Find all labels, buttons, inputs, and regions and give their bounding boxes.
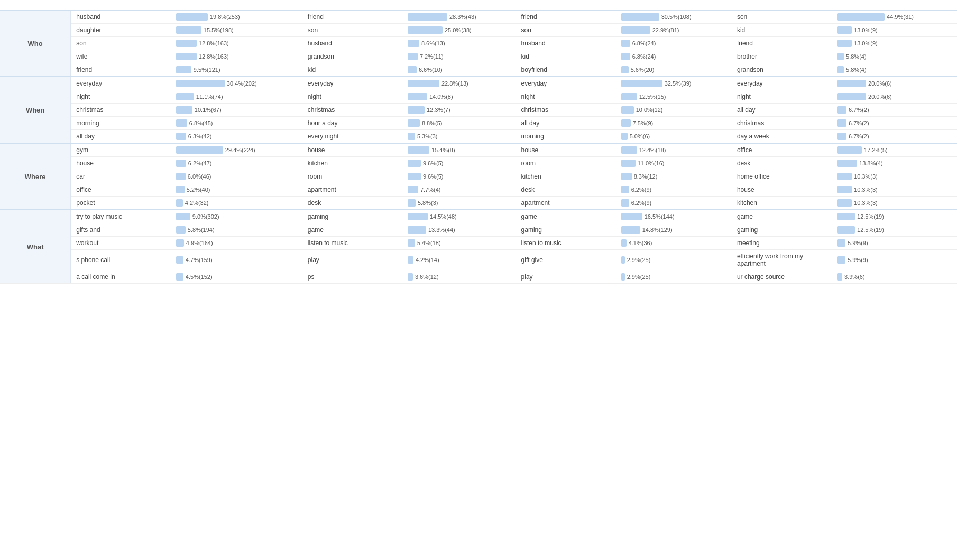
- label-cell: friend: [516, 10, 618, 24]
- bar-cell: 4.1%(36): [618, 237, 732, 250]
- label-cell: son: [516, 24, 618, 37]
- label-cell: gifts and: [71, 223, 173, 237]
- label-cell: house: [516, 143, 618, 157]
- bar-cell: 12.5%(19): [834, 223, 957, 237]
- label-cell: night: [302, 90, 404, 104]
- bar-cell: 30.4%(202): [173, 77, 302, 90]
- bar-cell: 8.3%(12): [618, 170, 732, 183]
- bar-cell: 16.5%(144): [618, 210, 732, 223]
- label-cell: game: [732, 210, 834, 223]
- bar-cell: 10.3%(3): [834, 170, 957, 183]
- label-cell: room: [302, 170, 404, 183]
- label-cell: son: [71, 37, 173, 50]
- bar-cell: 12.8%(163): [173, 37, 302, 50]
- label-cell: grandson: [732, 63, 834, 77]
- label-cell: s phone call: [71, 250, 173, 270]
- category-where: Where: [0, 143, 71, 210]
- label-cell: hour a day: [302, 117, 404, 130]
- bar-cell: 6.7%(2): [834, 130, 957, 144]
- label-cell: room: [516, 157, 618, 170]
- label-cell: gaming: [732, 223, 834, 237]
- bar-cell: 7.2%(11): [404, 50, 516, 63]
- bar-cell: 4.2%(14): [404, 250, 516, 270]
- label-cell: christmas: [732, 117, 834, 130]
- bar-cell: 30.5%(108): [618, 10, 732, 24]
- bar-cell: 4.9%(164): [173, 237, 302, 250]
- bar-cell: 9.0%(302): [173, 210, 302, 223]
- label-cell: son: [302, 24, 404, 37]
- bar-cell: 17.2%(5): [834, 143, 957, 157]
- label-cell: christmas: [516, 104, 618, 117]
- bar-cell: 4.5%(152): [173, 270, 302, 284]
- label-cell: apartment: [516, 197, 618, 210]
- bar-cell: 22.9%(81): [618, 24, 732, 37]
- label-cell: day a week: [732, 130, 834, 144]
- label-cell: everyday: [516, 77, 618, 90]
- bar-cell: 6.7%(2): [834, 117, 957, 130]
- label-cell: friend: [71, 63, 173, 77]
- bar-cell: 20.0%(6): [834, 90, 957, 104]
- bar-cell: 25.0%(38): [404, 24, 516, 37]
- label-cell: play: [516, 270, 618, 284]
- bar-cell: 13.8%(4): [834, 157, 957, 170]
- label-cell: gym: [71, 143, 173, 157]
- label-cell: kid: [302, 63, 404, 77]
- label-cell: brother: [732, 50, 834, 63]
- bar-cell: 15.5%(198): [173, 24, 302, 37]
- label-cell: every night: [302, 130, 404, 144]
- label-cell: everyday: [71, 77, 173, 90]
- label-cell: all day: [516, 117, 618, 130]
- label-cell: boyfriend: [516, 63, 618, 77]
- label-cell: listen to music: [516, 237, 618, 250]
- label-cell: gift give: [516, 250, 618, 270]
- label-cell: all day: [71, 130, 173, 144]
- label-cell: son: [732, 10, 834, 24]
- bar-cell: 2.9%(25): [618, 270, 732, 284]
- label-cell: kitchen: [302, 157, 404, 170]
- bar-cell: 12.3%(7): [404, 104, 516, 117]
- label-cell: office: [732, 143, 834, 157]
- label-cell: christmas: [302, 104, 404, 117]
- label-cell: desk: [516, 183, 618, 197]
- label-cell: ur charge source: [732, 270, 834, 284]
- bar-cell: 9.6%(5): [404, 170, 516, 183]
- bar-cell: 12.5%(15): [618, 90, 732, 104]
- bar-cell: 12.5%(19): [834, 210, 957, 223]
- bar-cell: 7.7%(4): [404, 183, 516, 197]
- bar-cell: 6.6%(10): [404, 63, 516, 77]
- category-who: Who: [0, 10, 71, 77]
- label-cell: desk: [302, 197, 404, 210]
- label-cell: christmas: [71, 104, 173, 117]
- bar-cell: 22.8%(13): [404, 77, 516, 90]
- category-what: What: [0, 210, 71, 284]
- label-cell: workout: [71, 237, 173, 250]
- label-cell: meeting: [732, 237, 834, 250]
- label-cell: pocket: [71, 197, 173, 210]
- label-cell: try to play music: [71, 210, 173, 223]
- label-cell: gaming: [302, 210, 404, 223]
- label-cell: friend: [302, 10, 404, 24]
- bar-cell: 5.8%(4): [834, 50, 957, 63]
- bar-cell: 4.7%(159): [173, 250, 302, 270]
- label-cell: grandson: [302, 50, 404, 63]
- label-cell: kid: [732, 24, 834, 37]
- page-title: [0, 0, 957, 10]
- bar-cell: 2.9%(25): [618, 250, 732, 270]
- main-table: Whohusband19.8%(253)friend28.3%(43)frien…: [0, 10, 957, 284]
- label-cell: game: [516, 210, 618, 223]
- bar-cell: 19.8%(253): [173, 10, 302, 24]
- label-cell: office: [71, 183, 173, 197]
- bar-cell: 6.2%(47): [173, 157, 302, 170]
- bar-cell: 11.1%(74): [173, 90, 302, 104]
- bar-cell: 5.8%(4): [834, 63, 957, 77]
- label-cell: kitchen: [732, 197, 834, 210]
- bar-cell: 12.4%(18): [618, 143, 732, 157]
- category-when: When: [0, 77, 71, 143]
- label-cell: desk: [732, 157, 834, 170]
- bar-cell: 10.1%(67): [173, 104, 302, 117]
- bar-cell: 11.0%(16): [618, 157, 732, 170]
- bar-cell: 5.4%(18): [404, 237, 516, 250]
- label-cell: house: [302, 143, 404, 157]
- bar-cell: 15.4%(8): [404, 143, 516, 157]
- bar-cell: 6.0%(46): [173, 170, 302, 183]
